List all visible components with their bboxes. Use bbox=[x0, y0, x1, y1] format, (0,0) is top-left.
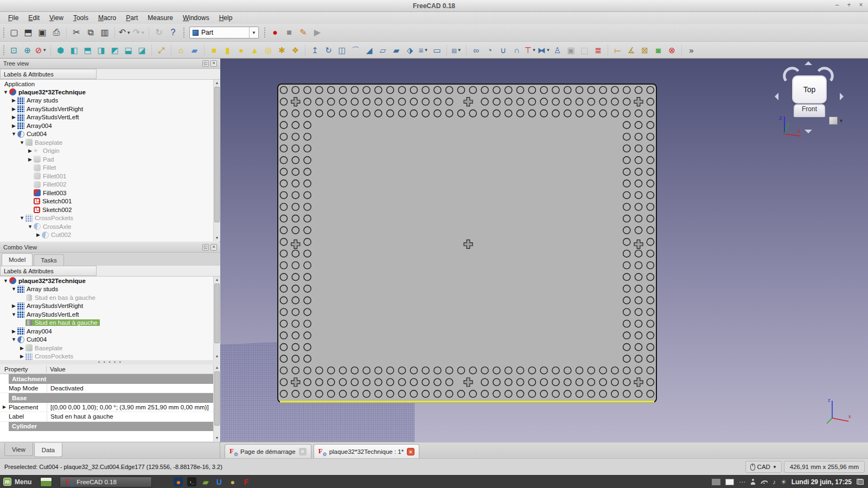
application-root[interactable]: Application bbox=[0, 80, 220, 88]
property-value[interactable]: [(0,00 0,00 1,00); 0,00 °; (3,90 mm 251,… bbox=[47, 403, 220, 412]
union-icon[interactable]: ∪ bbox=[496, 43, 510, 56]
firefox-icon[interactable]: ● bbox=[174, 477, 183, 486]
primitive-cone-icon[interactable]: ▲ bbox=[248, 43, 261, 56]
user-applet-icon[interactable] bbox=[750, 479, 756, 485]
tree-item[interactable]: ▼Array studs bbox=[0, 285, 220, 294]
mint-menu-button[interactable]: m Menu bbox=[0, 476, 37, 488]
menu-measure[interactable]: Measure bbox=[143, 12, 178, 23]
tree-item[interactable]: ▶Array004 bbox=[0, 121, 220, 130]
float-panel-icon[interactable]: ◱ bbox=[202, 60, 209, 67]
tray-overflow-icon[interactable]: ⋯ bbox=[739, 478, 745, 486]
cut-boolean-icon[interactable]: ◔ bbox=[483, 43, 496, 56]
navcube-top-face[interactable]: Top bbox=[792, 75, 827, 104]
toolbar-overflow-icon[interactable]: » bbox=[685, 43, 698, 56]
navigation-cube[interactable]: Top Front Z X ▼ bbox=[773, 60, 854, 142]
combo-tree-scrollbar[interactable]: ▲ ▼ bbox=[213, 277, 220, 360]
tree-expand-icon[interactable]: ▼ bbox=[27, 224, 34, 229]
minimize-icon[interactable]: – bbox=[833, 2, 841, 9]
tree-item[interactable]: ▼Cut004 bbox=[0, 130, 220, 139]
property-row[interactable]: Map ModeDeactivated bbox=[0, 384, 220, 394]
view-top-icon[interactable]: ⬒ bbox=[81, 43, 94, 56]
tree-expand-icon[interactable]: ▶ bbox=[10, 329, 17, 334]
tree-expand-icon[interactable]: ▼ bbox=[2, 89, 9, 95]
tree-item[interactable]: Fillet001 bbox=[0, 172, 220, 181]
tree-expand-icon[interactable]: ▼ bbox=[2, 278, 9, 284]
expand-icon[interactable]: ▶ bbox=[0, 403, 9, 412]
offset-icon[interactable]: ≡▼ bbox=[417, 43, 430, 56]
defeaturing-icon[interactable]: ♙ bbox=[551, 43, 564, 56]
close-tab-icon[interactable]: ✕ bbox=[299, 448, 307, 455]
freecad-task-button[interactable]: F⚙ FreeCAD 0.18 bbox=[60, 477, 152, 487]
tree-item[interactable]: Fillet003 bbox=[0, 189, 220, 197]
fit-selection-icon[interactable]: ⊕ bbox=[21, 43, 34, 56]
menu-tools[interactable]: Tools bbox=[68, 12, 93, 23]
splitting-tools-icon[interactable]: ⧓▼ bbox=[537, 43, 551, 56]
scroll-up-icon[interactable]: ▲ bbox=[214, 277, 220, 283]
print-icon[interactable]: ⎙ bbox=[49, 25, 63, 40]
tree-item[interactable]: ▼plaque32*32Technique bbox=[0, 277, 220, 285]
tree-expand-icon[interactable]: ▶ bbox=[10, 114, 17, 120]
tree-expand-icon[interactable]: ▶ bbox=[10, 303, 17, 309]
tab-tasks[interactable]: Tasks bbox=[34, 254, 63, 266]
tab-data[interactable]: Data bbox=[34, 443, 62, 457]
primitive-cylinder-icon[interactable]: ▮ bbox=[221, 43, 234, 56]
navigation-style-button[interactable]: CAD ▼ bbox=[745, 461, 782, 473]
join-features-icon[interactable]: ⊤▼ bbox=[524, 43, 537, 56]
measure-distance-icon[interactable]: ⤢ bbox=[155, 43, 168, 56]
view-bottom-icon[interactable]: ⬓ bbox=[122, 43, 135, 56]
thickness-icon[interactable]: ▭ bbox=[430, 43, 444, 56]
close-tab-icon[interactable]: ✕ bbox=[407, 448, 414, 455]
scroll-up-icon[interactable]: ▲ bbox=[214, 364, 220, 371]
workspace-2[interactable] bbox=[725, 479, 734, 485]
boolean-icon[interactable]: ∞ bbox=[469, 43, 483, 56]
labels-attributes-header[interactable]: Labels & Attributes bbox=[0, 266, 97, 276]
tree-expand-icon[interactable]: ▶ bbox=[18, 354, 25, 359]
menu-file[interactable]: File bbox=[3, 12, 23, 23]
property-row[interactable]: LabelStud en haut à gauche bbox=[0, 412, 220, 422]
tree-scrollbar[interactable]: ▲ ▼ bbox=[213, 80, 220, 241]
measure-linear-icon[interactable]: ⟝ bbox=[611, 43, 624, 56]
view-left-icon[interactable]: ◪ bbox=[135, 43, 149, 56]
whats-this-icon[interactable]: ? bbox=[166, 25, 180, 40]
compound-tools-icon[interactable]: ⧈▼ bbox=[450, 43, 463, 56]
file-manager-icon[interactable]: ▰ bbox=[201, 477, 210, 486]
intersection-icon[interactable]: ∩ bbox=[510, 43, 524, 56]
shape-builder-icon[interactable]: ✱ bbox=[275, 43, 289, 56]
cut-icon[interactable]: ✂ bbox=[69, 25, 84, 40]
tree-item[interactable]: ▶Array004 bbox=[0, 327, 220, 336]
terminal-icon[interactable]: ›_ bbox=[187, 477, 196, 486]
tab-model[interactable]: Model bbox=[2, 253, 33, 266]
tree-expand-icon[interactable]: ▼ bbox=[10, 337, 17, 342]
primitive-box-icon[interactable]: ■ bbox=[207, 43, 221, 56]
freecad-launcher-icon[interactable]: F bbox=[241, 477, 251, 486]
tree-item[interactable]: ▶Pad bbox=[0, 155, 220, 164]
nav-arrow-down-icon[interactable] bbox=[805, 130, 812, 133]
ubuntu-software-icon[interactable]: U bbox=[214, 477, 224, 486]
workspace-1[interactable] bbox=[712, 479, 720, 485]
property-group[interactable]: Attachment bbox=[0, 374, 220, 384]
measure-toggle-all-icon[interactable]: ◙ bbox=[652, 43, 665, 56]
macro-edit-icon[interactable]: ✎ bbox=[296, 25, 310, 40]
close-panel-icon[interactable]: ✕ bbox=[210, 60, 217, 67]
measure-angular-icon[interactable]: ∡ bbox=[624, 43, 638, 56]
network-icon[interactable] bbox=[761, 480, 768, 484]
property-value[interactable]: Stud en haut à gauche bbox=[47, 412, 220, 421]
property-group[interactable]: Base bbox=[0, 393, 220, 403]
menu-help[interactable]: Help bbox=[214, 12, 238, 23]
panel-splitter-handle[interactable]: • • • • • bbox=[0, 360, 220, 364]
copy-icon[interactable]: ⧉ bbox=[84, 25, 98, 40]
tree-item[interactable]: ▼Cut004 bbox=[0, 336, 220, 344]
tree-item[interactable]: ▶Baseplate bbox=[0, 344, 220, 352]
primitive-sphere-icon[interactable]: ● bbox=[234, 43, 248, 56]
labels-attributes-header[interactable]: Labels & Attributes bbox=[0, 69, 97, 79]
tree-expand-icon[interactable]: ▶ bbox=[10, 106, 17, 112]
tree-expand-icon[interactable]: ▶ bbox=[10, 98, 17, 103]
property-group[interactable]: Cylinder bbox=[0, 422, 220, 432]
measure-toggle-3d-icon[interactable]: ⊗ bbox=[665, 43, 679, 56]
menu-edit[interactable]: Edit bbox=[23, 12, 44, 23]
close-panel-icon[interactable]: ✕ bbox=[210, 244, 217, 251]
tree-item[interactable]: ▶CrossPockets bbox=[0, 352, 220, 361]
loft-icon[interactable]: ⬗ bbox=[403, 43, 417, 56]
tree-expand-icon[interactable]: ▶ bbox=[10, 123, 17, 129]
scroll-down-icon[interactable]: ▼ bbox=[214, 354, 220, 360]
